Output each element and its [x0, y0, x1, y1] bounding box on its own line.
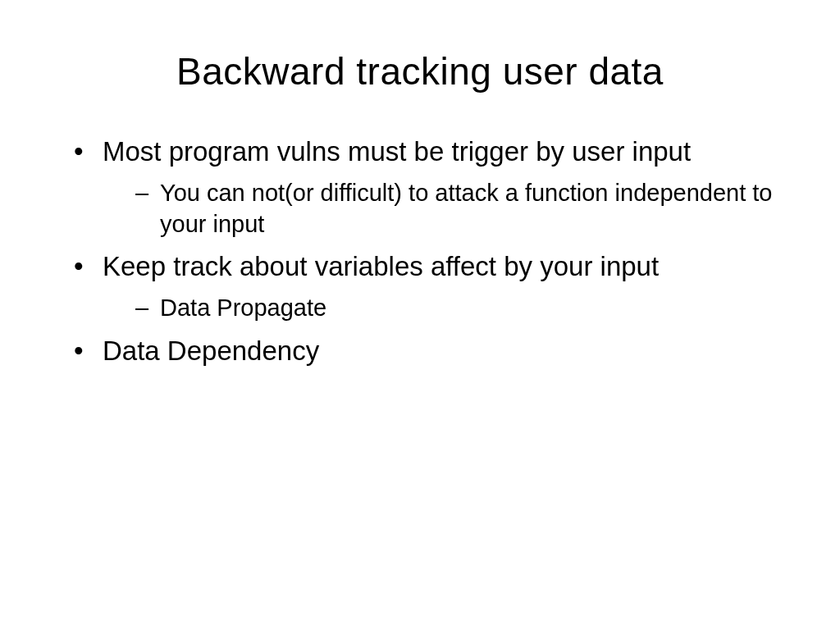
sub-item: Data Propagate — [135, 293, 783, 324]
sub-item: You can not(or difficult) to attack a fu… — [135, 178, 783, 240]
slide-title: Backward tracking user data — [57, 49, 783, 94]
bullet-list: Most program vulns must be trigger by us… — [57, 135, 783, 369]
bullet-item: Data Dependency — [74, 334, 783, 369]
bullet-item: Most program vulns must be trigger by us… — [74, 135, 783, 240]
sub-text: You can not(or difficult) to attack a fu… — [160, 180, 772, 237]
bullet-text: Most program vulns must be trigger by us… — [103, 136, 691, 167]
bullet-text: Data Dependency — [103, 336, 319, 366]
sub-list: Data Propagate — [103, 293, 783, 324]
sub-text: Data Propagate — [160, 294, 326, 321]
bullet-text: Keep track about variables affect by you… — [103, 251, 659, 281]
bullet-item: Keep track about variables affect by you… — [74, 249, 783, 324]
sub-list: You can not(or difficult) to attack a fu… — [103, 178, 783, 240]
